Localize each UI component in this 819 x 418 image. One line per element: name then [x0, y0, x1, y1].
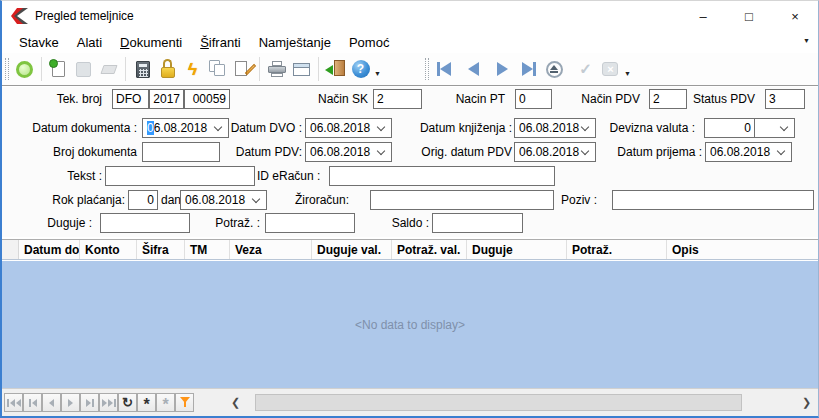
duguje-field[interactable]	[100, 213, 190, 233]
scrollbar-thumb[interactable]	[255, 394, 742, 411]
eject-button[interactable]	[542, 56, 567, 82]
datum-prijema-label: Datum prijema :	[607, 145, 702, 161]
print-button[interactable]	[264, 56, 289, 82]
datum-dokumenta-combo[interactable]: 06.08.2018	[142, 118, 229, 138]
column-header-potraz[interactable]: Potraž.	[567, 240, 667, 259]
horizontal-scrollbar[interactable]: ❮ ❯	[227, 394, 815, 411]
status-pdv-field[interactable]	[765, 89, 805, 109]
ziroracun-field[interactable]	[370, 190, 554, 210]
menu-stavke[interactable]: Stavke	[10, 33, 68, 52]
datum-pdv-combo[interactable]: 06.08.2018	[305, 142, 392, 162]
insert-button[interactable]: *	[137, 393, 156, 412]
menu-alati[interactable]: Alati	[68, 33, 111, 52]
menu-sifranti[interactable]: Šifranti	[191, 33, 249, 52]
id-eracun-field[interactable]	[329, 166, 555, 186]
chevron-down-icon	[581, 122, 589, 130]
close-button[interactable]: ×	[772, 1, 818, 31]
saldo-field[interactable]	[432, 213, 523, 233]
scroll-left-icon[interactable]: ❮	[227, 394, 244, 411]
window-button[interactable]	[289, 56, 314, 82]
toolbar-dropdown-icon[interactable]: ▼	[374, 70, 381, 77]
broj-dokumenta-field[interactable]	[142, 142, 220, 162]
toolbar-separator	[259, 57, 260, 81]
help-button[interactable]: ?	[348, 56, 373, 82]
scroll-right-icon[interactable]: ❯	[798, 394, 815, 411]
poziv-field[interactable]	[612, 190, 814, 210]
next-button[interactable]	[61, 393, 80, 412]
column-header-opis[interactable]: Opis	[667, 240, 818, 259]
doc-type-field[interactable]	[112, 89, 149, 109]
menu-pomoc[interactable]: Pomoć	[340, 33, 398, 52]
year-field[interactable]	[149, 89, 184, 109]
number-field[interactable]	[184, 89, 230, 109]
edit-note-button[interactable]	[230, 56, 255, 82]
potraz-label: Potraž. :	[212, 216, 260, 232]
refresh-icon	[16, 61, 33, 78]
toolbar-separator	[125, 57, 126, 81]
column-header-konto[interactable]: Konto	[80, 240, 137, 259]
lock-button[interactable]	[155, 56, 180, 82]
datum-knjizenja-combo[interactable]: 06.08.2018	[514, 118, 596, 138]
toolbar: ϟ ? ▼ ✓ × ▼	[2, 53, 818, 86]
cancel-button[interactable]: ×	[598, 56, 623, 82]
toolbar-grip[interactable]	[425, 58, 429, 80]
title-bar[interactable]: Pregled temeljnice – □ ×	[2, 1, 818, 31]
column-header-datum-dol[interactable]: Datum dol	[19, 240, 80, 259]
eject-icon	[546, 61, 563, 78]
column-header-tm[interactable]: TM	[185, 240, 230, 259]
save-button[interactable]	[71, 56, 96, 82]
chevron-down-icon	[252, 194, 260, 202]
devizna-valuta-combo[interactable]	[754, 118, 795, 138]
next-page-button[interactable]	[80, 393, 99, 412]
calculator-button[interactable]	[130, 56, 155, 82]
prior-button[interactable]	[42, 393, 61, 412]
edit-button[interactable]: *	[156, 393, 175, 412]
confirm-button[interactable]: ✓	[573, 56, 598, 82]
minimize-button[interactable]: –	[680, 1, 726, 31]
menu-namjestanje[interactable]: Namještanje	[250, 33, 340, 52]
potraz-field[interactable]	[265, 213, 355, 233]
asterisk-icon: *	[143, 397, 149, 413]
refresh-button[interactable]	[12, 56, 37, 82]
column-header-duguje-val[interactable]: Duguje val.	[312, 240, 392, 259]
menu-overflow-arrow-icon[interactable]: ▼	[803, 37, 810, 44]
datum-prijema-combo[interactable]: 06.08.2018	[705, 142, 792, 162]
datum-dvo-combo[interactable]: 06.08.2018	[305, 118, 392, 138]
devizna-valuta-field[interactable]	[704, 118, 755, 138]
exit-button[interactable]	[323, 56, 348, 82]
last-button[interactable]	[99, 393, 118, 412]
first-button[interactable]	[4, 393, 23, 412]
nav-prior-button[interactable]	[461, 56, 486, 82]
filter-button[interactable]	[175, 393, 194, 412]
nav-dropdown-icon[interactable]: ▼	[624, 70, 631, 77]
grid-body[interactable]: <No data to display>	[2, 261, 818, 388]
nacin-sk-field[interactable]	[373, 89, 422, 109]
refresh-button-bottom[interactable]: ↻	[118, 393, 137, 412]
maximize-button[interactable]: □	[726, 1, 772, 31]
prior-page-button[interactable]	[23, 393, 42, 412]
menu-dokumenti[interactable]: Dokumenti	[111, 33, 191, 52]
erase-button[interactable]	[96, 56, 121, 82]
nacin-pt-field[interactable]	[515, 89, 552, 109]
arrow-right-icon	[68, 399, 73, 407]
column-header-sifra[interactable]: Šifra	[137, 240, 185, 259]
dan-combo[interactable]: 06.08.2018	[180, 190, 267, 210]
new-document-button[interactable]	[46, 56, 71, 82]
tekst-field[interactable]	[105, 166, 255, 186]
column-header-duguje[interactable]: Duguje	[467, 240, 567, 259]
nav-first-button[interactable]	[432, 56, 457, 82]
chevron-down-icon	[581, 146, 589, 154]
column-header-potraz-val[interactable]: Potraž. val.	[392, 240, 467, 259]
orig-datum-pdv-combo[interactable]: 06.08.2018	[514, 142, 596, 162]
quick-action-button[interactable]: ϟ	[180, 56, 205, 82]
scrollbar-track[interactable]	[244, 394, 798, 411]
nav-last-button[interactable]	[517, 56, 542, 82]
nav-next-button[interactable]	[490, 56, 515, 82]
no-data-message: <No data to display>	[355, 318, 465, 332]
copy-button[interactable]	[205, 56, 230, 82]
toolbar-grip[interactable]	[5, 58, 9, 80]
toolbar-separator	[41, 57, 42, 81]
chevron-down-icon	[777, 146, 785, 154]
rok-placanja-field[interactable]	[128, 190, 158, 210]
column-header-veza[interactable]: Veza	[230, 240, 312, 259]
